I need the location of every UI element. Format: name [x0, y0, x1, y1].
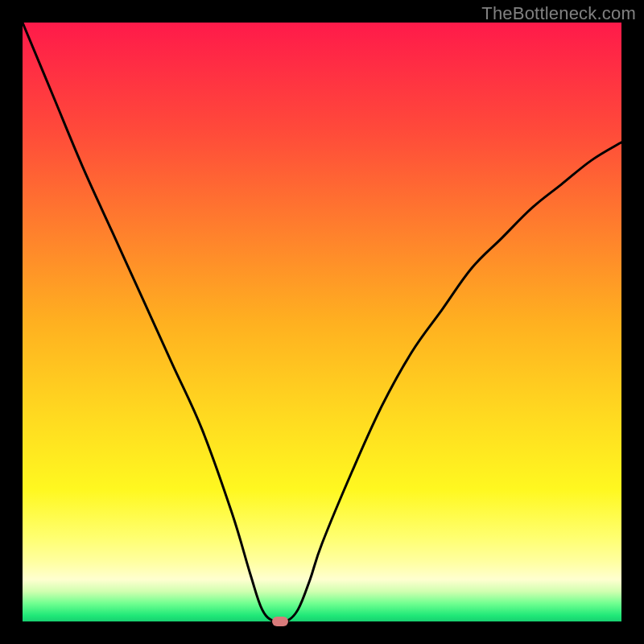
optimum-marker: [272, 617, 288, 626]
curve-svg: [23, 23, 621, 621]
bottleneck-curve: [23, 23, 621, 623]
plot-area: [23, 23, 621, 621]
watermark-text: TheBottleneck.com: [481, 3, 636, 24]
chart-frame: TheBottleneck.com: [0, 0, 644, 644]
